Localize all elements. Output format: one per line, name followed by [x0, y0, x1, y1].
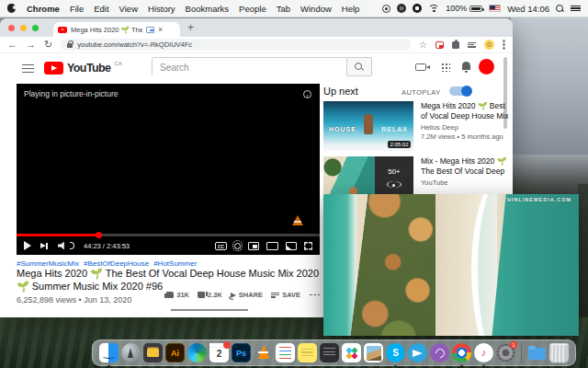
menu-history[interactable]: History: [148, 4, 175, 14]
suggestion-thumbnail[interactable]: HOUSE RELAX 2:05:02: [323, 101, 413, 151]
hashtag-link[interactable]: #HotSummer: [153, 259, 197, 268]
dock-finder-icon[interactable]: [99, 343, 119, 362]
menu-window[interactable]: Window: [300, 4, 332, 14]
battery-status[interactable]: 100%: [446, 4, 482, 13]
chrome-menu-icon[interactable]: [503, 40, 505, 50]
dock-photoshop-icon[interactable]: Ps: [232, 343, 251, 362]
new-tab-button[interactable]: +: [187, 21, 194, 34]
search-input[interactable]: [153, 59, 346, 76]
notification-center-icon[interactable]: [571, 5, 581, 13]
dock-dark-notes-icon[interactable]: [320, 343, 339, 362]
video-player[interactable]: Playing in picture-in-picture i 44:23 / …: [17, 84, 320, 255]
suggestion-title[interactable]: Mix - Mega Hits 2020 🌱 The Best Of Vocal…: [421, 156, 511, 176]
zoom-window-button[interactable]: [32, 25, 39, 31]
next-button[interactable]: [40, 242, 49, 250]
fullscreen-button[interactable]: [304, 242, 312, 250]
dock-chrome-icon[interactable]: [452, 343, 471, 362]
dock-trash-icon[interactable]: [549, 343, 570, 362]
menu-tab[interactable]: Tab: [277, 4, 290, 14]
menu-app-name[interactable]: Chrome: [27, 4, 60, 14]
share-button[interactable]: SHARE: [231, 291, 263, 299]
subtitles-button[interactable]: CC: [215, 242, 227, 250]
save-button[interactable]: SAVE: [271, 291, 300, 299]
menu-people[interactable]: People: [239, 4, 266, 14]
create-video-icon[interactable]: [415, 63, 426, 71]
forward-button[interactable]: →: [26, 40, 36, 50]
dock-vlc-icon[interactable]: [254, 343, 273, 362]
search-button[interactable]: [347, 57, 372, 76]
dislike-button[interactable]: 2.3K: [198, 291, 222, 299]
dock-stickies-icon[interactable]: [298, 343, 317, 362]
dock-edge-icon[interactable]: [187, 343, 207, 362]
hashtag-link[interactable]: #BestOfDeepHouse: [84, 259, 149, 268]
menu-help[interactable]: Help: [342, 4, 360, 14]
camera-app-icon[interactable]: [413, 4, 422, 13]
suggestion-channel[interactable]: Helios Deep: [421, 123, 511, 132]
play-button[interactable]: [24, 241, 31, 250]
settings-gear-icon[interactable]: [234, 243, 241, 249]
apps-grid-icon[interactable]: [441, 63, 450, 72]
apple-menu-icon[interactable]: [7, 4, 16, 13]
notifications-bell-icon[interactable]: [462, 62, 470, 70]
hashtag-links: #SummerMusicMix #BestOfDeepHouse #HotSum…: [17, 259, 197, 268]
address-bar[interactable]: youtube.com/watch?v=-RkQDIUV4Fc: [61, 39, 411, 51]
hashtag-link[interactable]: #SummerMusicMix: [17, 259, 79, 268]
youtube-logo[interactable]: YouTube CA: [44, 62, 122, 75]
account-avatar[interactable]: [479, 59, 494, 75]
cast-button[interactable]: [286, 242, 297, 250]
miniplayer-button[interactable]: [248, 242, 259, 250]
theater-mode-button[interactable]: [266, 242, 278, 250]
dock-telegram-icon[interactable]: [408, 343, 427, 362]
input-source-flag-icon[interactable]: [489, 5, 501, 12]
dock-notes-icon[interactable]: [276, 343, 295, 362]
extension-list-icon[interactable]: [468, 41, 476, 49]
menu-file[interactable]: File: [70, 4, 84, 14]
guide-hamburger-icon[interactable]: [22, 64, 34, 73]
screen-record-icon[interactable]: [397, 4, 406, 13]
more-actions-icon[interactable]: [309, 293, 320, 296]
menu-bar-clock[interactable]: Wed 14:06: [507, 4, 549, 14]
profile-avatar[interactable]: ☺: [484, 40, 494, 50]
search-box[interactable]: [152, 57, 347, 76]
suggested-video-1[interactable]: HOUSE RELAX 2:05:02 Mega Hits 2020 🌱 Bes…: [323, 101, 511, 151]
bookmark-star-icon[interactable]: ☆: [419, 40, 427, 50]
menu-edit[interactable]: Edit: [94, 4, 108, 14]
battery-percent: 100%: [446, 4, 467, 13]
dock-calendar-icon[interactable]: 2: [209, 343, 229, 362]
wifi-icon[interactable]: [428, 5, 439, 13]
dock-preview-photo-icon[interactable]: [364, 343, 383, 362]
extensions-puzzle-icon[interactable]: [452, 41, 459, 49]
dislike-count: 2.3K: [208, 291, 222, 299]
dock-downloads-folder-icon[interactable]: [527, 343, 547, 362]
reload-button[interactable]: ↻: [44, 40, 52, 50]
dock-folder-app-icon[interactable]: [143, 343, 163, 362]
menu-extra-icon[interactable]: [382, 5, 390, 13]
extension-red-icon[interactable]: [435, 41, 444, 49]
volume-icon[interactable]: [58, 242, 68, 250]
vlc-watermark-icon: [292, 215, 303, 225]
like-button[interactable]: 31K: [166, 291, 189, 299]
menu-view[interactable]: View: [119, 4, 138, 14]
autoplay-toggle[interactable]: [449, 86, 471, 96]
active-tab[interactable]: Mega Hits 2020 🌱 The B... ×: [53, 22, 180, 37]
back-button[interactable]: ←: [7, 40, 17, 50]
video-stats: 6,252,898 views • Jun 13, 2020: [17, 295, 131, 305]
dock-music-icon[interactable]: ♪: [474, 343, 493, 362]
dock-launchpad-icon[interactable]: [121, 343, 141, 362]
minimize-window-button[interactable]: [20, 25, 27, 31]
dock-settings-icon[interactable]: 1: [496, 343, 515, 362]
spotlight-icon[interactable]: [556, 5, 564, 13]
thumbnail-person-figure: [364, 114, 373, 134]
dock-illustrator-icon[interactable]: Ai: [165, 343, 185, 362]
tab-close-icon[interactable]: ×: [158, 27, 163, 33]
dock-viber-icon[interactable]: [430, 343, 449, 362]
suggestion-channel[interactable]: YouTube: [421, 178, 511, 187]
menu-bookmarks[interactable]: Bookmarks: [186, 4, 230, 14]
dock-slack-icon[interactable]: [342, 343, 361, 362]
secure-lock-icon[interactable]: [67, 43, 73, 48]
pip-video-window[interactable]: THINLINEMEDIA.COM: [323, 194, 579, 336]
suggestion-title[interactable]: Mega Hits 2020 🌱 Best of Vocal Deep Hous…: [421, 101, 511, 121]
dock-skype-icon[interactable]: S: [386, 343, 405, 362]
close-window-button[interactable]: [8, 25, 15, 31]
info-icon[interactable]: i: [303, 90, 311, 98]
